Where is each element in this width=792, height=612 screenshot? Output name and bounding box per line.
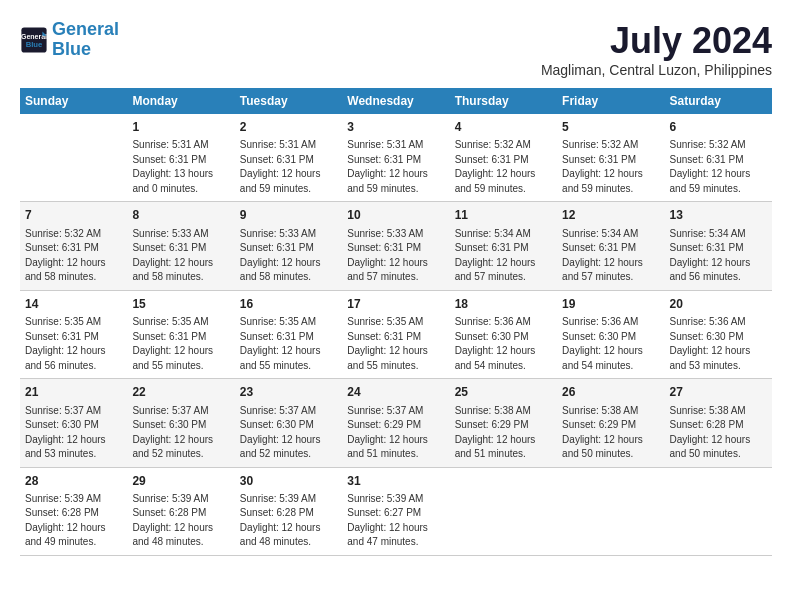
day-number: 29: [132, 473, 229, 490]
calendar-cell: 14Sunrise: 5:35 AM Sunset: 6:31 PM Dayli…: [20, 290, 127, 378]
page-header: General Blue GeneralBlue July 2024 Magli…: [20, 20, 772, 78]
day-info: Sunrise: 5:32 AM Sunset: 6:31 PM Dayligh…: [670, 138, 767, 196]
day-info: Sunrise: 5:33 AM Sunset: 6:31 PM Dayligh…: [240, 227, 337, 285]
day-number: 31: [347, 473, 444, 490]
week-row-1: 1Sunrise: 5:31 AM Sunset: 6:31 PM Daylig…: [20, 114, 772, 202]
calendar-cell: 29Sunrise: 5:39 AM Sunset: 6:28 PM Dayli…: [127, 467, 234, 555]
calendar-cell: 3Sunrise: 5:31 AM Sunset: 6:31 PM Daylig…: [342, 114, 449, 202]
day-info: Sunrise: 5:31 AM Sunset: 6:31 PM Dayligh…: [347, 138, 444, 196]
day-info: Sunrise: 5:35 AM Sunset: 6:31 PM Dayligh…: [240, 315, 337, 373]
day-number: 12: [562, 207, 659, 224]
day-number: 24: [347, 384, 444, 401]
day-info: Sunrise: 5:38 AM Sunset: 6:28 PM Dayligh…: [670, 404, 767, 462]
calendar-cell: 10Sunrise: 5:33 AM Sunset: 6:31 PM Dayli…: [342, 202, 449, 290]
calendar-cell: 15Sunrise: 5:35 AM Sunset: 6:31 PM Dayli…: [127, 290, 234, 378]
day-number: 22: [132, 384, 229, 401]
header-cell-monday: Monday: [127, 88, 234, 114]
day-number: 1: [132, 119, 229, 136]
day-info: Sunrise: 5:37 AM Sunset: 6:29 PM Dayligh…: [347, 404, 444, 462]
day-info: Sunrise: 5:34 AM Sunset: 6:31 PM Dayligh…: [562, 227, 659, 285]
day-number: 30: [240, 473, 337, 490]
header-cell-wednesday: Wednesday: [342, 88, 449, 114]
day-info: Sunrise: 5:39 AM Sunset: 6:28 PM Dayligh…: [132, 492, 229, 550]
day-number: 16: [240, 296, 337, 313]
day-info: Sunrise: 5:35 AM Sunset: 6:31 PM Dayligh…: [132, 315, 229, 373]
day-number: 21: [25, 384, 122, 401]
day-number: 23: [240, 384, 337, 401]
calendar-cell: 9Sunrise: 5:33 AM Sunset: 6:31 PM Daylig…: [235, 202, 342, 290]
day-number: 8: [132, 207, 229, 224]
day-number: 2: [240, 119, 337, 136]
day-number: 25: [455, 384, 552, 401]
calendar-cell: 24Sunrise: 5:37 AM Sunset: 6:29 PM Dayli…: [342, 379, 449, 467]
svg-text:Blue: Blue: [26, 40, 43, 49]
calendar-cell: 17Sunrise: 5:35 AM Sunset: 6:31 PM Dayli…: [342, 290, 449, 378]
week-row-5: 28Sunrise: 5:39 AM Sunset: 6:28 PM Dayli…: [20, 467, 772, 555]
calendar-cell: 8Sunrise: 5:33 AM Sunset: 6:31 PM Daylig…: [127, 202, 234, 290]
calendar-cell: 2Sunrise: 5:31 AM Sunset: 6:31 PM Daylig…: [235, 114, 342, 202]
calendar-body: 1Sunrise: 5:31 AM Sunset: 6:31 PM Daylig…: [20, 114, 772, 555]
day-info: Sunrise: 5:33 AM Sunset: 6:31 PM Dayligh…: [132, 227, 229, 285]
calendar-cell: 12Sunrise: 5:34 AM Sunset: 6:31 PM Dayli…: [557, 202, 664, 290]
header-cell-saturday: Saturday: [665, 88, 772, 114]
calendar-cell: 28Sunrise: 5:39 AM Sunset: 6:28 PM Dayli…: [20, 467, 127, 555]
week-row-2: 7Sunrise: 5:32 AM Sunset: 6:31 PM Daylig…: [20, 202, 772, 290]
subtitle: Magliman, Central Luzon, Philippines: [541, 62, 772, 78]
main-title: July 2024: [541, 20, 772, 62]
day-info: Sunrise: 5:35 AM Sunset: 6:31 PM Dayligh…: [25, 315, 122, 373]
calendar-cell: 20Sunrise: 5:36 AM Sunset: 6:30 PM Dayli…: [665, 290, 772, 378]
calendar-cell: 11Sunrise: 5:34 AM Sunset: 6:31 PM Dayli…: [450, 202, 557, 290]
calendar-cell: 26Sunrise: 5:38 AM Sunset: 6:29 PM Dayli…: [557, 379, 664, 467]
calendar-cell: [20, 114, 127, 202]
title-block: July 2024 Magliman, Central Luzon, Phili…: [541, 20, 772, 78]
calendar-cell: 22Sunrise: 5:37 AM Sunset: 6:30 PM Dayli…: [127, 379, 234, 467]
header-cell-tuesday: Tuesday: [235, 88, 342, 114]
calendar-cell: 6Sunrise: 5:32 AM Sunset: 6:31 PM Daylig…: [665, 114, 772, 202]
calendar-cell: [665, 467, 772, 555]
calendar-cell: 4Sunrise: 5:32 AM Sunset: 6:31 PM Daylig…: [450, 114, 557, 202]
calendar-cell: 21Sunrise: 5:37 AM Sunset: 6:30 PM Dayli…: [20, 379, 127, 467]
calendar-cell: 18Sunrise: 5:36 AM Sunset: 6:30 PM Dayli…: [450, 290, 557, 378]
calendar-cell: [557, 467, 664, 555]
day-info: Sunrise: 5:36 AM Sunset: 6:30 PM Dayligh…: [455, 315, 552, 373]
week-row-3: 14Sunrise: 5:35 AM Sunset: 6:31 PM Dayli…: [20, 290, 772, 378]
day-info: Sunrise: 5:36 AM Sunset: 6:30 PM Dayligh…: [670, 315, 767, 373]
day-info: Sunrise: 5:31 AM Sunset: 6:31 PM Dayligh…: [240, 138, 337, 196]
day-info: Sunrise: 5:37 AM Sunset: 6:30 PM Dayligh…: [240, 404, 337, 462]
day-number: 19: [562, 296, 659, 313]
day-info: Sunrise: 5:33 AM Sunset: 6:31 PM Dayligh…: [347, 227, 444, 285]
calendar-cell: 16Sunrise: 5:35 AM Sunset: 6:31 PM Dayli…: [235, 290, 342, 378]
week-row-4: 21Sunrise: 5:37 AM Sunset: 6:30 PM Dayli…: [20, 379, 772, 467]
calendar-cell: 19Sunrise: 5:36 AM Sunset: 6:30 PM Dayli…: [557, 290, 664, 378]
day-info: Sunrise: 5:39 AM Sunset: 6:27 PM Dayligh…: [347, 492, 444, 550]
day-number: 26: [562, 384, 659, 401]
day-info: Sunrise: 5:38 AM Sunset: 6:29 PM Dayligh…: [455, 404, 552, 462]
day-number: 6: [670, 119, 767, 136]
day-number: 13: [670, 207, 767, 224]
day-info: Sunrise: 5:32 AM Sunset: 6:31 PM Dayligh…: [455, 138, 552, 196]
calendar-cell: 27Sunrise: 5:38 AM Sunset: 6:28 PM Dayli…: [665, 379, 772, 467]
day-info: Sunrise: 5:31 AM Sunset: 6:31 PM Dayligh…: [132, 138, 229, 196]
day-number: 14: [25, 296, 122, 313]
day-info: Sunrise: 5:36 AM Sunset: 6:30 PM Dayligh…: [562, 315, 659, 373]
day-info: Sunrise: 5:32 AM Sunset: 6:31 PM Dayligh…: [562, 138, 659, 196]
day-info: Sunrise: 5:39 AM Sunset: 6:28 PM Dayligh…: [25, 492, 122, 550]
calendar-cell: 7Sunrise: 5:32 AM Sunset: 6:31 PM Daylig…: [20, 202, 127, 290]
day-info: Sunrise: 5:37 AM Sunset: 6:30 PM Dayligh…: [132, 404, 229, 462]
day-info: Sunrise: 5:35 AM Sunset: 6:31 PM Dayligh…: [347, 315, 444, 373]
calendar-cell: 1Sunrise: 5:31 AM Sunset: 6:31 PM Daylig…: [127, 114, 234, 202]
calendar-cell: 23Sunrise: 5:37 AM Sunset: 6:30 PM Dayli…: [235, 379, 342, 467]
day-number: 7: [25, 207, 122, 224]
day-number: 5: [562, 119, 659, 136]
calendar-cell: 25Sunrise: 5:38 AM Sunset: 6:29 PM Dayli…: [450, 379, 557, 467]
day-info: Sunrise: 5:37 AM Sunset: 6:30 PM Dayligh…: [25, 404, 122, 462]
logo: General Blue GeneralBlue: [20, 20, 119, 60]
day-number: 17: [347, 296, 444, 313]
day-number: 18: [455, 296, 552, 313]
calendar-header-row: SundayMondayTuesdayWednesdayThursdayFrid…: [20, 88, 772, 114]
day-number: 11: [455, 207, 552, 224]
day-number: 9: [240, 207, 337, 224]
day-number: 27: [670, 384, 767, 401]
calendar-cell: 13Sunrise: 5:34 AM Sunset: 6:31 PM Dayli…: [665, 202, 772, 290]
header-cell-friday: Friday: [557, 88, 664, 114]
